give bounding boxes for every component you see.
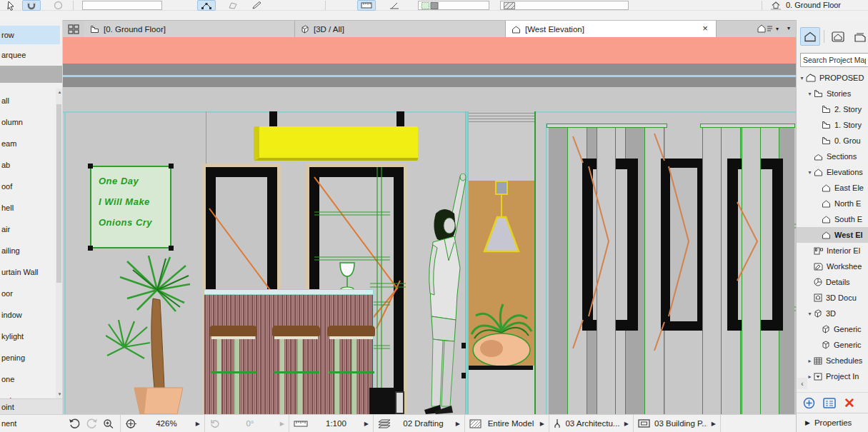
tree-item-schedules[interactable]: ▸Schedules [797, 353, 868, 368]
toolbox-scrollbar[interactable] [56, 89, 62, 398]
tree-item-east-ele[interactable]: East Ele [797, 180, 868, 196]
pendant-lamp[interactable] [482, 180, 522, 255]
potted-yucca-plant[interactable] [106, 256, 194, 414]
fill-field[interactable] [500, 1, 629, 10]
toolbox-item-oof[interactable]: oof [0, 177, 60, 196]
properties-section[interactable]: ▶ Properties [797, 413, 868, 432]
toolbox-item-indow[interactable]: indow [0, 306, 60, 324]
story-picker[interactable]: 0. Ground Floor [786, 1, 841, 9]
toolbox-group-header[interactable] [0, 66, 63, 83]
tree-item-2.-story[interactable]: 2. Story [797, 101, 868, 117]
add-item-icon[interactable] [803, 397, 815, 409]
toolbox-item-air[interactable]: air [0, 220, 60, 238]
toolbox-item-kylight[interactable]: kylight [0, 327, 60, 346]
plane-tool-icon[interactable] [223, 0, 240, 11]
tree-item-generic[interactable]: Generic [797, 337, 868, 353]
tab-2[interactable]: [3D / All] [295, 21, 506, 38]
close-icon[interactable]: × [700, 23, 710, 34]
cabinet-trim-line [469, 116, 534, 116]
tree-item-3d[interactable]: ▾3D [797, 306, 868, 321]
favorites-field[interactable] [418, 1, 489, 10]
measure-tool-icon[interactable] [357, 0, 376, 11]
arrow-tool-icon[interactable] [3, 0, 19, 11]
annotate-tool-icon[interactable] [386, 0, 403, 11]
toolbox-item-row[interactable]: row [0, 26, 60, 44]
forward-icon[interactable] [86, 418, 98, 429]
zoom-in-icon[interactable] [103, 418, 114, 429]
toolbox-item-pening[interactable]: pening [0, 348, 60, 367]
tree-expand-icon[interactable]: ▾ [806, 311, 814, 317]
status-segment-drawing-frame[interactable]: 03 Building P...▶ [634, 415, 721, 432]
tree-expand-icon[interactable]: ▾ [806, 169, 814, 176]
settings-list-icon[interactable] [823, 398, 836, 408]
bar-stool-seat[interactable] [327, 326, 375, 336]
status-segment-partial-structure[interactable]: Entire Model▶ [465, 415, 549, 432]
pencil-tool-icon[interactable] [249, 0, 266, 11]
back-icon[interactable] [69, 418, 81, 429]
view-dropdown[interactable]: ▾ [757, 24, 779, 34]
toolbox-item-eam[interactable]: eam [0, 134, 60, 153]
toolbar-input[interactable] [82, 1, 162, 10]
tab-label: [West Elevation] [525, 25, 584, 34]
tree-item-3d-docu[interactable]: 3D Docu [797, 290, 868, 306]
tree-item-details[interactable]: Details [797, 274, 868, 290]
toolbox-item-pinned[interactable]: oint [0, 398, 63, 414]
guide-lines-icon[interactable] [197, 0, 216, 11]
toolbox-item-one[interactable]: one [0, 370, 60, 388]
tree-item-workshee[interactable]: Workshee [797, 258, 868, 274]
view-map-tab-icon[interactable] [828, 27, 848, 46]
tree-item-project-in[interactable]: ▸Project In [797, 368, 868, 384]
tab-1[interactable]: [0. Ground Floor] [84, 21, 295, 38]
bar-stool-seat[interactable] [272, 326, 320, 336]
tree-item-0.-grou[interactable]: 0. Grou [797, 133, 868, 149]
status-segment-scale-ruler[interactable]: 1:100▶ [289, 415, 374, 432]
status-segment-layers[interactable]: 02 Drafting▶ [374, 415, 465, 432]
search-input[interactable] [800, 53, 868, 67]
tree-item-1.-story[interactable]: 1. Story [797, 117, 868, 133]
tree-item-proposed[interactable]: ▾PROPOSED [797, 70, 868, 86]
scrollbar-thumb[interactable] [56, 104, 61, 283]
toolbox-item-ab[interactable]: ab [0, 156, 60, 174]
scroll-down-icon[interactable]: ▾ [56, 391, 63, 397]
tree-item-interior-el[interactable]: Interior El [797, 243, 868, 258]
status-segment-zoom-fit[interactable]: 426%▶ [121, 415, 205, 432]
toolbox-item-ailing[interactable]: ailing [0, 241, 60, 260]
toolbox-item-urtain-wall[interactable]: urtain Wall [0, 263, 60, 281]
delete-icon[interactable]: ✕ [844, 396, 855, 410]
suspend-groups-icon[interactable] [50, 0, 66, 11]
project-map-tab-icon[interactable] [800, 27, 820, 46]
tree-item-west-el[interactable]: West El [797, 227, 868, 243]
status-segment-rotate[interactable]: 0°▶ [205, 415, 289, 432]
scroll-up-icon[interactable]: ▴ [56, 89, 63, 95]
wine-glass[interactable] [337, 261, 357, 293]
toolbox-bottom-item[interactable]: nent [0, 414, 63, 432]
tree-item-sections[interactable]: Sections [797, 149, 868, 164]
tree-expand-icon[interactable]: ▾ [806, 91, 814, 97]
tree-item-elevations[interactable]: ▾Elevations [797, 164, 868, 180]
tree-item-south-e[interactable]: South E [797, 211, 868, 227]
toolbox-item-olumn[interactable]: olumn [0, 113, 60, 131]
tree-item-label: West El [834, 231, 863, 239]
tree-expand-icon[interactable]: ▾ [798, 75, 806, 81]
bar-stool-seat[interactable] [209, 326, 257, 336]
status-segment-pen-set[interactable]: 03 Architectu...▶ [549, 415, 634, 432]
layout-book-tab-icon[interactable] [851, 27, 868, 46]
magnet-tool-icon[interactable] [22, 0, 41, 11]
tree-item-north-e[interactable]: North E [797, 196, 868, 211]
toolbox-item-hell[interactable]: hell [0, 199, 60, 217]
toolbox-item-all[interactable]: all [0, 91, 60, 110]
panel-caret-icon[interactable]: ▾ [787, 25, 790, 31]
tree-item-stories[interactable]: ▾Stories [797, 86, 868, 101]
toolbox-item-arquee[interactable]: arquee [0, 46, 60, 64]
human-figure[interactable] [423, 174, 474, 414]
niche-potted-plant[interactable] [470, 300, 533, 367]
drawing-canvas[interactable]: One Day I Will Make Onions Cry [63, 37, 796, 414]
tree-item-generic[interactable]: Generic [797, 321, 868, 337]
toolbox-item-oor[interactable]: oor [0, 284, 60, 303]
quad-view-icon[interactable] [68, 24, 79, 34]
bar-counter[interactable] [204, 289, 374, 414]
tree-expand-icon[interactable]: ▸ [806, 358, 814, 364]
3d-box-icon [814, 309, 822, 318]
panel-toolbar: ✕ [797, 392, 868, 413]
tab-3[interactable]: [West Elevation]× [506, 21, 717, 38]
